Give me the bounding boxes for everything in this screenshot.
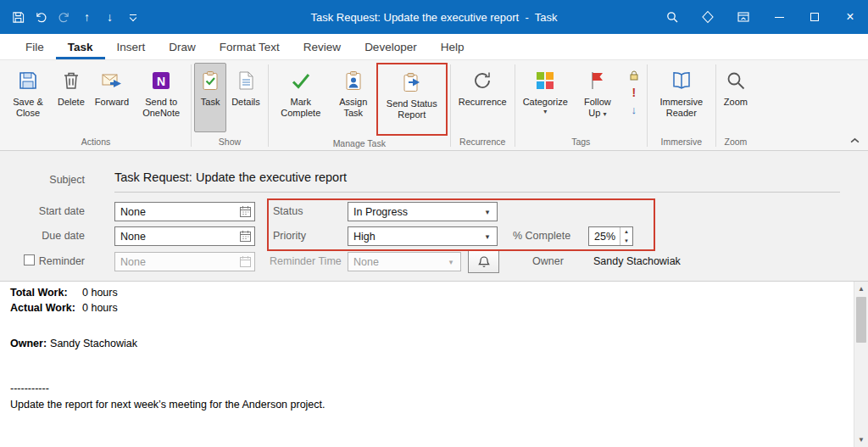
outlook-task-window: ↑ ↓ Task Request: Update the executive r… [0,0,868,447]
ribbon-display-options-icon[interactable] [726,0,761,34]
lock-icon [628,70,640,81]
assign-task-icon [342,68,364,93]
body-owner-label: Owner: [10,338,47,349]
low-importance-icon: ↓ [632,103,637,116]
assign-task-button[interactable]: Assign Task [331,63,376,132]
spinner-down-icon[interactable]: ▼ [620,237,632,246]
group-label-zoom: Zoom [719,134,753,150]
scrollbar-thumb[interactable] [856,297,866,343]
percent-complete-spinner[interactable]: 25% ▲▼ [588,226,633,246]
private-lock-button[interactable] [624,67,644,84]
save-and-close-button[interactable]: Save & Close [3,63,53,132]
send-status-report-button[interactable]: Send Status Report [378,64,446,134]
tab-format-text[interactable]: Format Text [208,34,292,59]
envelope-forward-icon [101,68,123,93]
owner-label: Owner [532,255,564,267]
follow-up-button[interactable]: Follow Up ▾ [573,63,622,132]
subject-field[interactable]: Task Request: Update the executive repor… [114,170,347,184]
mark-complete-button[interactable]: Mark Complete [271,63,331,132]
forward-button[interactable]: Forward [90,63,134,132]
follow-up-label: Follow Up ▾ [578,97,617,119]
tab-developer[interactable]: Developer [353,34,429,59]
tab-file[interactable]: File [14,34,56,59]
immersive-reader-icon [670,68,693,93]
group-separator [515,64,515,147]
group-label-actions: Actions [3,134,188,150]
reminder-time-dropdown: None ▾ [348,252,461,271]
send-to-onenote-button[interactable]: N Send to OneNote [134,63,188,132]
ribbon: Save & Close Delete Forward N [0,60,868,151]
send-to-onenote-label: Send to OneNote [139,97,183,119]
move-down-icon[interactable]: ↓ [98,3,121,31]
group-label-manage-task: Manage Task [271,136,448,150]
body-owner-value: Sandy Stachowiak [50,338,137,349]
reminder-time-label: Reminder Time [270,255,342,267]
scroll-up-icon[interactable]: ▲ [854,282,868,296]
status-dropdown[interactable]: In Progress ▾ [348,202,498,221]
redo-icon[interactable] [53,3,75,31]
minimize-button[interactable] [761,0,797,34]
tab-task[interactable]: Task [56,34,105,59]
subject-underline [114,192,840,193]
separator-dashes: ----------- [10,383,49,394]
details-button[interactable]: Details [226,63,265,132]
annotation-send-status-highlight: Send Status Report [376,63,448,136]
group-label-recurrence: Recurrence [453,134,512,150]
ribbon-group-immersive: Immersive Reader Immersive [650,60,713,150]
maximize-button[interactable] [797,0,832,34]
magnifier-icon [725,68,747,93]
task-clipboard-icon [199,68,221,93]
task-form: Subject Task Request: Update the executi… [0,151,868,282]
priority-value: High [348,231,478,243]
search-icon[interactable] [654,0,690,34]
start-date-label: Start date [0,205,85,217]
priority-label: Priority [273,230,306,242]
vertical-scrollbar[interactable]: ▲ ▼ [854,282,868,447]
chevron-down-icon: ▾ [603,110,606,118]
recurrence-icon [471,68,493,93]
calendar-icon[interactable] [236,227,254,245]
tab-insert[interactable]: Insert [105,34,158,59]
tab-review[interactable]: Review [292,34,353,59]
calendar-icon[interactable] [236,203,254,221]
start-date-field[interactable]: None [114,202,255,221]
ribbon-group-actions: Save & Close Delete Forward N [3,60,188,150]
due-date-field[interactable]: None [114,226,255,246]
tab-help[interactable]: Help [429,34,476,59]
zoom-button[interactable]: Zoom [719,63,753,132]
reminder-date-field: None [114,252,255,271]
tab-draw[interactable]: Draw [157,34,208,59]
recurrence-label: Recurrence [459,97,507,108]
priority-dropdown[interactable]: High ▾ [348,226,498,246]
window-title: Task Request: Update the executive repor… [311,0,558,34]
chevron-down-icon[interactable]: ▾ [478,227,497,245]
task-view-button[interactable]: Task [194,63,226,132]
mark-complete-label: Mark Complete [276,97,326,119]
move-up-icon[interactable]: ↑ [75,3,98,31]
collapse-ribbon-button[interactable] [850,137,860,143]
immersive-reader-button[interactable]: Immersive Reader [650,63,713,132]
details-page-icon [235,68,257,93]
customize-quick-access-icon[interactable] [121,3,144,31]
delete-button[interactable]: Delete [53,63,90,132]
undo-icon[interactable] [30,3,53,31]
categorize-button[interactable]: Categorize ▾ [518,63,573,132]
recurrence-button[interactable]: Recurrence [453,63,512,132]
onenote-icon: N [150,68,172,93]
spinner-up-icon[interactable]: ▲ [620,227,632,237]
owner-line: Owner:Sandy Stachowiak [10,338,137,349]
ribbon-group-zoom: Zoom Zoom [719,60,753,150]
tags-small-buttons: ! ↓ [624,63,644,118]
save-icon[interactable] [7,3,30,31]
start-date-value: None [115,206,236,218]
trash-icon [60,68,82,93]
task-body-editor[interactable]: Total Work:0 hours Actual Work:0 hours O… [0,282,868,447]
scroll-down-icon[interactable]: ▼ [854,433,868,447]
premium-diamond-icon[interactable] [690,0,726,34]
low-importance-button[interactable]: ↓ [624,101,644,118]
chevron-down-icon[interactable]: ▾ [478,203,497,221]
reminder-sound-button[interactable] [468,250,499,273]
high-importance-button[interactable]: ! [624,84,644,101]
total-work-label: Total Work: [10,287,82,299]
close-button[interactable]: × [832,0,868,34]
